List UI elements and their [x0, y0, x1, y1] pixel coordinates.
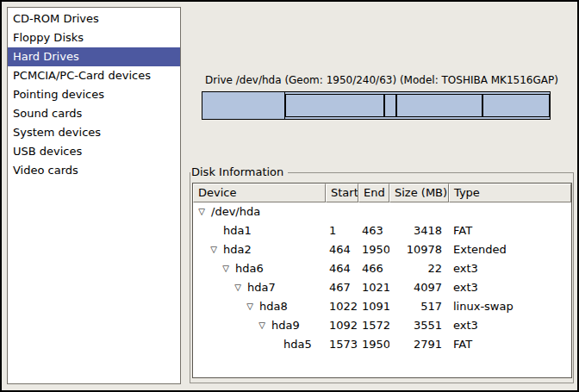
start-cell: 1: [326, 221, 358, 240]
expander-open-icon[interactable]: ▽: [196, 202, 207, 221]
device-name: hda9: [271, 316, 300, 335]
partition-bar: [202, 91, 551, 120]
sidebar-item-video-cards[interactable]: Video cards: [8, 161, 180, 180]
size-cell: [389, 202, 449, 221]
partition-segment-hda1: [202, 92, 285, 119]
sidebar-item-cd-rom-drives[interactable]: CD-ROM Drives: [8, 9, 180, 28]
size-cell: 517: [389, 297, 449, 316]
start-cell: 464: [326, 240, 358, 259]
device-cell: ▽hda7: [193, 278, 326, 297]
size-cell: 3418: [389, 221, 449, 240]
device-name: /dev/hda: [211, 202, 260, 221]
device-category-list: CD-ROM DrivesFloppy DisksHard DrivesPCMC…: [7, 7, 181, 384]
column-header-type[interactable]: Type: [449, 184, 571, 202]
disk-information-frame: Disk Information DeviceStartEndSize (MB)…: [190, 172, 574, 383]
start-cell: 1573: [326, 335, 358, 354]
type-cell: linux-swap: [449, 297, 571, 316]
type-cell: Extended: [449, 240, 571, 259]
size-cell: 10978: [389, 240, 449, 259]
end-cell: 1950: [358, 240, 389, 259]
partition-segment-hda8: [384, 94, 396, 117]
type-cell: ext3: [449, 278, 571, 297]
device-cell: ▽hda8: [193, 297, 326, 316]
column-header-start[interactable]: Start: [326, 184, 358, 202]
device-name: hda2: [223, 240, 252, 259]
start-cell: 464: [326, 259, 358, 278]
expander-open-icon[interactable]: ▽: [209, 240, 219, 259]
device-cell: ▽/dev/hda: [193, 202, 326, 221]
end-cell: 1021: [358, 278, 389, 297]
end-cell: 1091: [358, 297, 389, 316]
size-cell: 2791: [389, 335, 449, 354]
column-header-size-mb[interactable]: Size (MB): [389, 184, 449, 202]
table-row-hda2[interactable]: ▽hda2464195010978Extended: [193, 240, 571, 259]
sidebar-item-system-devices[interactable]: System devices: [8, 123, 180, 142]
end-cell: 1572: [358, 316, 389, 335]
sidebar-item-pointing-devices[interactable]: Pointing devices: [8, 85, 180, 104]
type-cell: ext3: [449, 259, 571, 278]
device-cell: hda5: [193, 335, 326, 354]
device-name: hda1: [223, 221, 252, 240]
column-header-end[interactable]: End: [358, 184, 389, 202]
start-cell: 467: [326, 278, 358, 297]
disk-table-body: ▽/dev/hdahda114633418FAT▽hda246419501097…: [193, 202, 571, 354]
device-name: hda6: [235, 259, 264, 278]
expander-open-icon[interactable]: ▽: [233, 278, 243, 297]
column-header-device[interactable]: Device: [193, 184, 326, 202]
expander-open-icon[interactable]: ▽: [245, 297, 255, 316]
partition-segment-hda9: [396, 94, 482, 117]
type-cell: [449, 202, 571, 221]
partition-segment-hda7: [285, 94, 384, 117]
type-cell: FAT: [449, 335, 571, 354]
expander-open-icon[interactable]: ▽: [221, 259, 231, 278]
sidebar-item-usb-devices[interactable]: USB devices: [8, 142, 180, 161]
device-name: hda8: [259, 297, 288, 316]
table-row-hda7[interactable]: ▽hda746710214097ext3: [193, 278, 571, 297]
sidebar-item-pcmcia-pc-card-devices[interactable]: PCMCIA/PC-Card devices: [8, 66, 180, 85]
device-cell: ▽hda6: [193, 259, 326, 278]
device-name: hda7: [247, 278, 276, 297]
start-cell: 1092: [326, 316, 358, 335]
table-row-dev-hda[interactable]: ▽/dev/hda: [193, 202, 571, 221]
end-cell: [358, 202, 389, 221]
table-row-hda5[interactable]: hda5157319502791FAT: [193, 335, 571, 354]
table-row-hda1[interactable]: hda114633418FAT: [193, 221, 571, 240]
device-cell: hda1: [193, 221, 326, 240]
sidebar-item-sound-cards[interactable]: Sound cards: [8, 104, 180, 123]
partition-segment-hda5: [482, 94, 550, 117]
size-cell: 22: [389, 259, 449, 278]
device-cell: ▽hda9: [193, 316, 326, 335]
device-cell: ▽hda2: [193, 240, 326, 259]
sidebar-item-hard-drives[interactable]: Hard Drives: [8, 47, 180, 66]
end-cell: 1950: [358, 335, 389, 354]
end-cell: 466: [358, 259, 389, 278]
disk-info-table: DeviceStartEndSize (MB)Type ▽/dev/hdahda…: [192, 183, 572, 378]
drive-title: Drive /dev/hda (Geom: 1950/240/63) (Mode…: [205, 74, 558, 86]
type-cell: FAT: [449, 221, 571, 240]
type-cell: ext3: [449, 316, 571, 335]
table-row-hda6[interactable]: ▽hda646446622ext3: [193, 259, 571, 278]
disk-table-header: DeviceStartEndSize (MB)Type: [193, 184, 571, 202]
size-cell: 4097: [389, 278, 449, 297]
device-name: hda5: [283, 335, 312, 354]
end-cell: 463: [358, 221, 389, 240]
sidebar-item-floppy-disks[interactable]: Floppy Disks: [8, 28, 180, 47]
table-row-hda8[interactable]: ▽hda810221091517linux-swap: [193, 297, 571, 316]
hardware-browser-window: CD-ROM DrivesFloppy DisksHard DrivesPCMC…: [0, 0, 579, 392]
disk-information-label: Disk Information: [190, 165, 288, 178]
table-row-hda9[interactable]: ▽hda9109215723551ext3: [193, 316, 571, 335]
size-cell: 3551: [389, 316, 449, 335]
start-cell: 1022: [326, 297, 358, 316]
expander-open-icon[interactable]: ▽: [257, 316, 267, 335]
start-cell: [326, 202, 358, 221]
